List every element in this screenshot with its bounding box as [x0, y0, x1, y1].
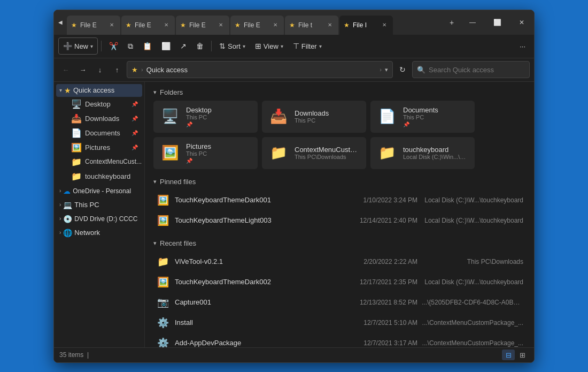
downloads-icon: 📥 — [71, 113, 82, 124]
nav-up-dir-button[interactable]: ↑ — [110, 62, 125, 77]
tab-close-button[interactable]: ✕ — [107, 21, 116, 29]
tab-close-button[interactable]: ✕ — [326, 21, 334, 29]
cut-button[interactable]: ✂️ — [105, 37, 122, 55]
toolbar-sep-1 — [101, 41, 102, 51]
sidebar-item-touchkeyboard[interactable]: 📁 touchkeyboard — [56, 169, 142, 184]
pinned-section-title: Pinned files — [160, 178, 196, 186]
sort-label: Sort — [228, 42, 241, 50]
delete-button[interactable]: 🗑 — [192, 37, 208, 55]
tab-0[interactable]: ★ File E ✕ — [67, 16, 120, 35]
tab-close-button[interactable]: ✕ — [380, 21, 389, 29]
recent-file-row-2[interactable]: 📷 Capture001 12/13/2021 8:52 PM ...\{520… — [153, 292, 525, 313]
folder-card-0[interactable]: 🖥️ Desktop This PC 📌 — [153, 101, 258, 133]
quickaccess-expand-icon: ▾ — [59, 87, 62, 93]
tab-1[interactable]: ★ File E ✕ — [121, 16, 175, 35]
nav-forward-button[interactable]: → — [75, 62, 90, 77]
more-button[interactable]: ··· — [515, 37, 530, 55]
view-button[interactable]: ⊞ View ▾ — [251, 37, 288, 55]
copy-button[interactable]: ⧉ — [123, 37, 137, 55]
tab-3[interactable]: ★ File E ✕ — [230, 16, 284, 35]
recent-file-path: ...\ContextMenuCustomPackage_... — [422, 319, 523, 327]
sidebar-item-contextmenu[interactable]: 📁 ContextMenuCust... — [56, 155, 142, 169]
quickaccess-star-icon: ★ — [64, 86, 71, 95]
paste-button[interactable]: 📋 — [138, 37, 156, 55]
main-content: ▾ ★ Quick access 🖥️ Desktop 📌 📥 Download… — [54, 82, 534, 347]
pinned-chevron-icon[interactable]: ▾ — [153, 178, 157, 185]
recent-file-icon: 📷 — [156, 295, 171, 310]
tab-close-button[interactable]: ✕ — [271, 21, 280, 29]
filter-button[interactable]: ⊤ Filter ▾ — [289, 37, 326, 55]
rename-button[interactable]: ⬜ — [157, 37, 175, 55]
tab-5[interactable]: ★ File I ✕ — [339, 16, 393, 35]
recent-file-row-0[interactable]: 📁 ViVeTool-v0.2.1 2/20/2022 2:22 AM This… — [153, 252, 525, 272]
recent-file-date: 12/13/2021 8:52 PM — [332, 299, 417, 306]
recent-file-date: 2/20/2022 2:22 AM — [332, 258, 417, 265]
close-button[interactable]: ✕ — [509, 10, 534, 35]
recent-file-name: TouchKeyboardThemeDark002 — [175, 278, 328, 286]
folders-section-header: ▾ Folders — [153, 88, 525, 96]
filter-icon: ⊤ — [293, 42, 299, 50]
folder-card-1[interactable]: 📥 Downloads This PC — [262, 101, 366, 133]
sidebar-quickaccess-header[interactable]: ▾ ★ Quick access — [56, 84, 142, 97]
recent-file-date: 12/7/2021 3:17 AM — [332, 339, 417, 347]
filter-chevron-icon: ▾ — [319, 43, 322, 49]
recent-file-row-3[interactable]: ⚙️ Install 12/7/2021 5:10 AM ...\Context… — [153, 313, 525, 333]
maximize-button[interactable]: ⬜ — [485, 10, 509, 35]
copy-icon: ⧉ — [128, 42, 133, 51]
sidebar-item-downloads[interactable]: 📥 Downloads 📌 — [56, 111, 142, 126]
sidebar-thispc-header[interactable]: › 💻 This PC — [56, 199, 142, 211]
folder-card-3[interactable]: 🖼️ Pictures This PC 📌 — [153, 137, 258, 169]
recent-file-row-1[interactable]: 🖼️ TouchKeyboardThemeDark002 12/17/2021 … — [153, 272, 525, 292]
view-grid-button[interactable]: ⊞ — [516, 350, 529, 360]
tab-star-icon: ★ — [180, 21, 186, 29]
sidebar-pictures-label: Pictures — [85, 143, 110, 151]
pinned-file-row-0[interactable]: 🖼️ TouchKeyboardThemeDark001 1/10/2022 3… — [153, 190, 525, 210]
rename-icon: ⬜ — [161, 42, 171, 50]
sidebar-dvd-header[interactable]: › 💿 DVD Drive (D:) CCCC — [56, 212, 142, 225]
pinned-file-date: 1/10/2022 3:24 PM — [332, 196, 417, 204]
folder-card-5[interactable]: 📁 touchkeyboard Local Disk (C:)\Win...\W… — [370, 137, 475, 169]
folder-icon: 🖼️ — [159, 142, 181, 164]
pinned-file-row-1[interactable]: 🖼️ TouchKeyboardThemeLight003 12/14/2021… — [153, 210, 525, 231]
recent-file-name: Install — [175, 318, 328, 327]
folders-chevron-icon[interactable]: ▾ — [153, 89, 157, 96]
new-tab-button[interactable]: + — [443, 10, 460, 35]
file-explorer-window: ◀ ★ File E ✕ ★ File E ✕ ★ File E ✕ ★ Fil… — [53, 10, 535, 363]
nav-back-button[interactable]: ← — [58, 62, 73, 77]
pinned-file-icon: 🖼️ — [156, 193, 171, 208]
new-button[interactable]: ➕ New ▾ — [58, 37, 98, 55]
addressbar[interactable]: ★ › Quick access › ▾ — [127, 61, 393, 78]
folder-pin-icon: 📌 — [186, 158, 252, 164]
tab-4[interactable]: ★ File t ✕ — [285, 16, 338, 35]
recent-chevron-icon[interactable]: ▾ — [153, 240, 157, 247]
sidebar-item-pictures[interactable]: 🖼️ Pictures 📌 — [56, 140, 142, 155]
network-expand-icon: › — [59, 230, 61, 236]
sort-button[interactable]: ⇅ Sort ▾ — [215, 37, 250, 55]
minimize-button[interactable]: — — [460, 10, 485, 35]
recent-file-name: Add-AppDevPackage — [175, 339, 328, 347]
tab-close-button[interactable]: ✕ — [162, 21, 171, 29]
sidebar-section-onedrive: › ☁ OneDrive - Personal — [54, 185, 144, 198]
addressbar-row: ← → ↓ ↑ ★ › Quick access › ▾ ↻ 🔍 Search … — [54, 58, 534, 82]
sidebar-onedrive-header[interactable]: › ☁ OneDrive - Personal — [56, 185, 142, 198]
tab-close-button[interactable]: ✕ — [216, 21, 225, 29]
sidebar-network-header[interactable]: › 🌐 Network — [56, 226, 142, 239]
sidebar-item-documents[interactable]: 📄 Documents 📌 — [56, 126, 142, 140]
tab-star-icon: ★ — [126, 21, 131, 29]
recent-file-row-4[interactable]: ⚙️ Add-AppDevPackage 12/7/2021 3:17 AM .… — [153, 333, 525, 347]
folder-card-4[interactable]: 📁 ContextMenuCustomPac... This PC\Downlo… — [262, 137, 366, 169]
view-list-button[interactable]: ⊟ — [502, 350, 515, 360]
folder-card-2[interactable]: 📄 Documents This PC 📌 — [370, 101, 475, 133]
search-box[interactable]: 🔍 Search Quick access — [412, 61, 530, 78]
tab-star-icon: ★ — [289, 21, 295, 29]
recent-file-date: 12/17/2021 2:35 PM — [332, 278, 417, 286]
share-button[interactable]: ↗ — [176, 37, 191, 55]
refresh-button[interactable]: ↻ — [395, 62, 410, 77]
status-items-count: 35 items — [59, 351, 83, 359]
tab-scroll-left[interactable]: ◀ — [54, 10, 67, 35]
file-area: ▾ Folders 🖥️ Desktop This PC 📌 📥 Downloa… — [145, 82, 534, 347]
nav-up-button[interactable]: ↓ — [92, 62, 107, 77]
sidebar-item-desktop[interactable]: 🖥️ Desktop 📌 — [56, 97, 142, 111]
tab-2[interactable]: ★ File E ✕ — [176, 16, 229, 35]
pinned-file-name: TouchKeyboardThemeDark001 — [175, 196, 328, 204]
